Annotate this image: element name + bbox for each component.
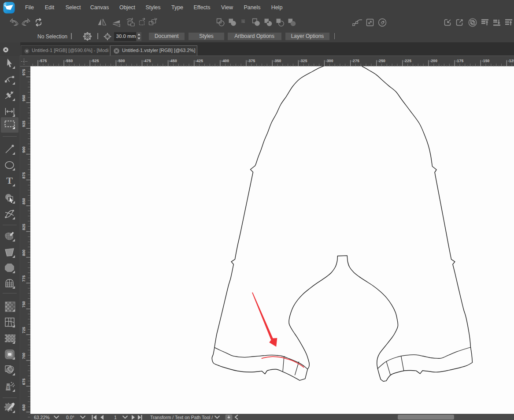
svg-text:-325: -325 xyxy=(300,59,307,63)
svg-text:700: 700 xyxy=(22,353,26,359)
svg-text:-175: -175 xyxy=(456,59,464,63)
svg-text:850: 850 xyxy=(22,198,26,204)
svg-text:-300: -300 xyxy=(325,59,333,63)
svg-text:825: 825 xyxy=(22,223,26,230)
svg-text:900: 900 xyxy=(22,146,26,153)
svg-text:800: 800 xyxy=(22,249,26,256)
svg-text:-250: -250 xyxy=(377,59,385,63)
svg-text:-500: -500 xyxy=(117,59,125,63)
svg-text:-225: -225 xyxy=(403,59,411,63)
svg-text:-275: -275 xyxy=(351,59,359,63)
svg-text:675: 675 xyxy=(22,378,26,385)
svg-text:-425: -425 xyxy=(195,59,203,63)
svg-text:-550: -550 xyxy=(65,59,73,63)
svg-text:950: 950 xyxy=(22,95,26,101)
svg-text:975: 975 xyxy=(22,69,26,75)
svg-text:750: 750 xyxy=(22,301,26,308)
svg-text:-525: -525 xyxy=(91,59,99,63)
svg-text:-125: -125 xyxy=(508,59,514,63)
svg-text:-375: -375 xyxy=(248,59,255,63)
svg-text:-575: -575 xyxy=(39,59,47,63)
svg-text:725: 725 xyxy=(22,327,26,333)
svg-text:-400: -400 xyxy=(221,59,229,63)
svg-text:925: 925 xyxy=(22,120,26,127)
svg-text:775: 775 xyxy=(22,275,26,282)
svg-text:-475: -475 xyxy=(143,59,151,63)
svg-text:-200: -200 xyxy=(429,59,437,63)
svg-text:875: 875 xyxy=(22,172,26,178)
svg-text:-350: -350 xyxy=(274,59,281,63)
svg-text:-450: -450 xyxy=(169,59,177,63)
svg-text:650: 650 xyxy=(22,404,26,411)
svg-text:-150: -150 xyxy=(482,59,490,63)
